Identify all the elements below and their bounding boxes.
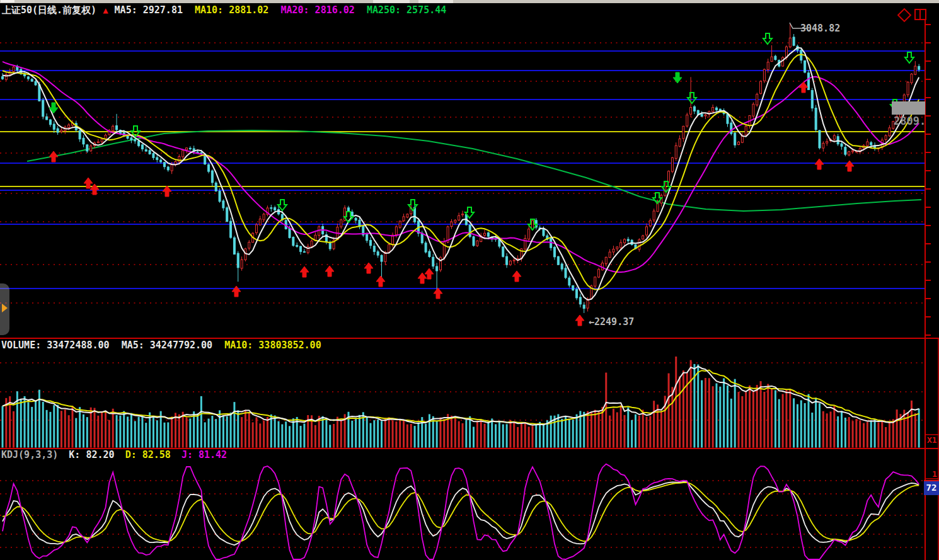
trading-app-window: 上证50(日线.前复权)▲MA5: 2927.81 MA10: 2881.02 … xyxy=(0,0,939,560)
ma250-value: MA250: 2575.44 xyxy=(367,4,446,16)
trough-price-annotation: ←2249.37 xyxy=(589,316,634,328)
expand-arrow-icon xyxy=(2,304,8,312)
volume-ma10-value: MA10: 33803852.00 xyxy=(224,340,321,351)
axis-price-marker-value: 2809. xyxy=(894,115,926,127)
volume-scale-label: X1 xyxy=(927,435,937,445)
sidebar-expand-handle[interactable] xyxy=(0,283,9,335)
ma10-value: MA10: 2881.02 xyxy=(195,4,268,16)
volume-value: VOLUME: 33472488.00 xyxy=(1,340,110,351)
kdj-value-tag: 72 xyxy=(924,480,939,495)
axis-price-marker-box xyxy=(892,101,925,115)
price-pane-header: 上证50(日线.前复权)▲MA5: 2927.81 MA10: 2881.02 … xyxy=(2,4,452,16)
peak-price-annotation: 3048.82 xyxy=(800,23,840,34)
volume-pane-header: VOLUME: 33472488.00 MA5: 34247792.00 MA1… xyxy=(1,340,328,351)
split-window-icon[interactable] xyxy=(914,9,926,20)
symbol-title[interactable]: 上证50(日线.前复权) xyxy=(2,4,96,16)
volume-ma5-value: MA5: 34247792.00 xyxy=(122,340,213,351)
split-window-icon-divider xyxy=(919,10,921,19)
chart-canvas[interactable] xyxy=(0,0,939,560)
ma20-value: MA20: 2816.02 xyxy=(280,4,354,16)
kdj-d-value: D: 82.58 xyxy=(125,449,171,460)
kdj-axis-label: 1 xyxy=(932,469,937,479)
ma5-value: MA5: 2927.81 xyxy=(115,4,183,16)
trend-up-icon: ▲ xyxy=(103,5,108,15)
kdj-pane-header: KDJ(9,3,3) K: 82.20 D: 82.58 J: 81.42 xyxy=(1,449,232,460)
kdj-j-value: J: 81.42 xyxy=(181,449,227,460)
kdj-k-value: K: 82.20 xyxy=(69,449,114,460)
kdj-label[interactable]: KDJ(9,3,3) xyxy=(1,449,58,460)
